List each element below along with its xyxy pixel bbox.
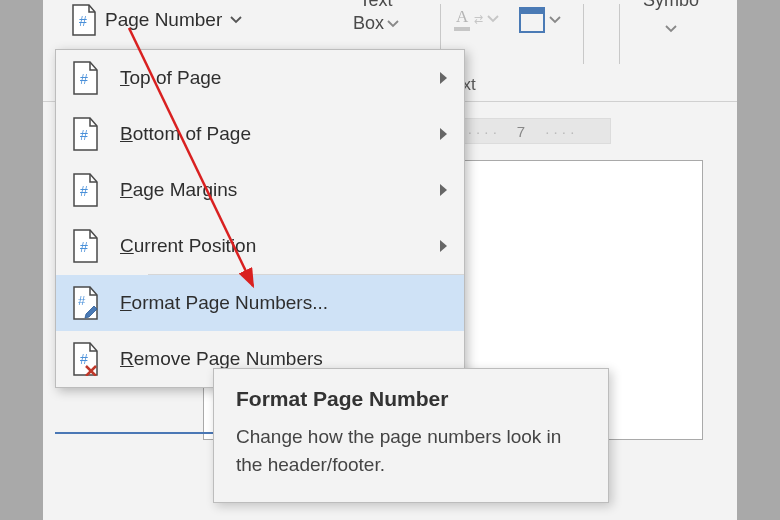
page-number-label: Page Number bbox=[105, 9, 222, 31]
page-icon: # bbox=[72, 117, 100, 151]
page-icon: # bbox=[72, 229, 100, 263]
box-button[interactable] bbox=[519, 7, 561, 33]
chevron-down-icon bbox=[487, 13, 499, 25]
tooltip-body: Change how the page numbers look in the … bbox=[236, 423, 586, 478]
symbols-button[interactable]: Symbo bbox=[643, 0, 699, 40]
font-color-arrows: ⇄ bbox=[474, 13, 483, 26]
svg-rect-2 bbox=[520, 8, 544, 14]
svg-text:#: # bbox=[78, 293, 86, 308]
menu-item-label: Remove Page Numbers bbox=[120, 348, 323, 370]
page-number-dropdown: #Top of Page#Bottom of Page#Page Margins… bbox=[55, 49, 465, 388]
menu-item-current-position[interactable]: #Current Position bbox=[56, 218, 464, 274]
font-color-button[interactable]: A ⇄ bbox=[454, 7, 499, 31]
submenu-arrow-icon bbox=[440, 179, 448, 201]
chevron-down-icon bbox=[230, 14, 242, 26]
ribbon-separator bbox=[583, 4, 584, 64]
svg-text:#: # bbox=[80, 239, 88, 255]
menu-item-label: Format Page Numbers... bbox=[120, 292, 328, 314]
svg-text:#: # bbox=[80, 71, 88, 87]
tooltip-title: Format Page Number bbox=[236, 387, 586, 411]
page-icon: # bbox=[72, 61, 100, 95]
page-number-button[interactable]: # Page Number bbox=[65, 0, 248, 40]
tooltip: Format Page Number Change how the page n… bbox=[213, 368, 609, 503]
ribbon-separator bbox=[619, 4, 620, 64]
text-box-button[interactable]: Text Box bbox=[353, 0, 399, 34]
font-color-label: A bbox=[454, 7, 470, 31]
menu-item-label: Page Margins bbox=[120, 179, 237, 201]
page-number-icon: # bbox=[71, 4, 97, 36]
svg-text:#: # bbox=[80, 127, 88, 143]
app-area: # Page Number Text Box A ⇄ bbox=[43, 0, 737, 520]
page-remove-icon: # bbox=[72, 342, 100, 376]
menu-item-label: Top of Page bbox=[120, 67, 221, 89]
page-edit-icon: # bbox=[72, 286, 100, 320]
chevron-down-icon bbox=[549, 14, 561, 26]
submenu-arrow-icon bbox=[440, 67, 448, 89]
chevron-down-icon bbox=[665, 23, 677, 35]
submenu-arrow-icon bbox=[440, 123, 448, 145]
box-icon bbox=[519, 7, 545, 33]
submenu-arrow-icon bbox=[440, 235, 448, 257]
page-icon: # bbox=[72, 173, 100, 207]
symbols-label: Symbo bbox=[643, 0, 699, 10]
text-box-label-2: Box bbox=[353, 13, 384, 34]
svg-text:#: # bbox=[79, 13, 87, 29]
chevron-down-icon bbox=[387, 18, 399, 30]
menu-item-label: Current Position bbox=[120, 235, 256, 257]
menu-item-top-of-page[interactable]: #Top of Page bbox=[56, 50, 464, 106]
menu-item-page-margins[interactable]: #Page Margins bbox=[56, 162, 464, 218]
ruler-mark: 7 bbox=[517, 123, 525, 140]
text-box-label-1: Text bbox=[360, 0, 393, 11]
menu-item-format-page-numbers[interactable]: # Format Page Numbers... bbox=[56, 275, 464, 331]
menu-item-bottom-of-page[interactable]: #Bottom of Page bbox=[56, 106, 464, 162]
svg-text:#: # bbox=[80, 183, 88, 199]
menu-item-label: Bottom of Page bbox=[120, 123, 251, 145]
svg-text:#: # bbox=[80, 351, 88, 367]
